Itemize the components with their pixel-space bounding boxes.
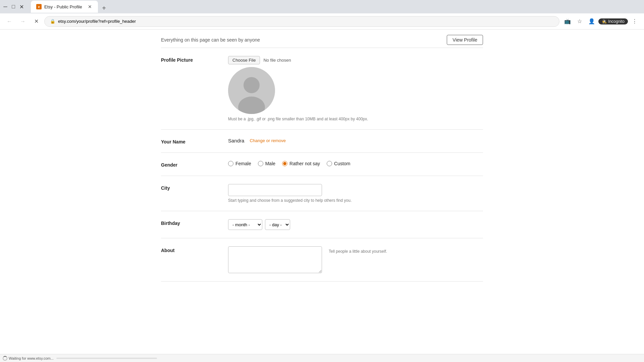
loading-spinner	[3, 356, 7, 361]
reload-button[interactable]: ✕	[31, 16, 42, 27]
tab-favicon: e	[36, 4, 42, 9]
choose-file-button[interactable]: Choose File	[228, 56, 260, 64]
profile-icon[interactable]: 👤	[586, 16, 597, 27]
change-name-link[interactable]: Change or remove	[250, 138, 286, 143]
back-button[interactable]: ←	[4, 16, 15, 27]
maximize-button[interactable]: □	[11, 4, 16, 9]
loading-text: Waiting for www.etsy.com...	[9, 356, 54, 360]
gender-female-option[interactable]: Female	[228, 161, 251, 166]
gender-custom-label: Custom	[334, 161, 350, 166]
city-section: City Start typing and choose from a sugg…	[161, 176, 483, 211]
about-row: Tell people a little about yourself.	[228, 246, 483, 273]
city-label: City	[161, 184, 215, 203]
browser-window: ─ □ ✕ e Etsy - Public Profile ✕ + ← → ✕ …	[0, 0, 644, 362]
city-content: Start typing and choose from a suggested…	[228, 184, 483, 203]
name-row: Sandra Change or remove	[228, 138, 483, 143]
your-name-content: Sandra Change or remove	[228, 138, 483, 144]
avatar-container	[228, 67, 275, 114]
gender-male-option[interactable]: Male	[258, 161, 275, 166]
security-icon: 🔒	[50, 19, 55, 24]
no-file-text: No file chosen	[263, 58, 291, 63]
menu-button[interactable]: ⋮	[629, 16, 640, 27]
minimize-button[interactable]: ─	[3, 4, 8, 9]
navigation-bar: ← → ✕ 🔒 📺 ☆ 👤 🕵 Incognito ⋮	[0, 13, 644, 29]
svg-point-1	[244, 77, 260, 93]
incognito-label: Incognito	[608, 19, 625, 24]
gender-custom-option[interactable]: Custom	[327, 161, 350, 166]
about-hint: Tell people a little about yourself.	[329, 246, 387, 254]
title-bar: ─ □ ✕ e Etsy - Public Profile ✕ +	[0, 0, 644, 13]
birthday-day-select[interactable]: - day - 123 456 789 101112 131415 161718…	[265, 219, 290, 230]
new-tab-button[interactable]: +	[99, 3, 109, 13]
birthday-content: - month - January February March April M…	[228, 219, 483, 230]
page-content: Everything on this page can be seen by a…	[0, 29, 644, 354]
notice-bar: Everything on this page can be seen by a…	[161, 29, 483, 48]
about-textarea[interactable]	[228, 246, 322, 273]
gender-section: Gender Female Male Rather no	[161, 153, 483, 176]
gender-rather-not-say-option[interactable]: Rather not say	[282, 161, 320, 166]
about-label: About	[161, 246, 215, 273]
tabs-bar: e Etsy - Public Profile ✕ +	[28, 1, 111, 13]
bookmark-icon[interactable]: ☆	[574, 16, 585, 27]
profile-picture-section: Profile Picture Choose File No file chos…	[161, 48, 483, 130]
avatar-image	[228, 67, 275, 114]
birthday-row: - month - January February March April M…	[228, 219, 483, 230]
file-hint: Must be a .jpg, .gif or .png file smalle…	[228, 117, 483, 121]
address-bar[interactable]: 🔒	[44, 16, 559, 27]
city-hint: Start typing and choose from a suggested…	[228, 198, 483, 203]
status-bar: Waiting for www.etsy.com...	[0, 354, 644, 362]
gender-options: Female Male Rather not say Custom	[228, 161, 483, 166]
close-button[interactable]: ✕	[19, 4, 24, 9]
incognito-icon: 🕵	[602, 19, 607, 24]
gender-rather-not-say-label: Rather not say	[289, 161, 320, 166]
file-upload-row: Choose File No file chosen	[228, 56, 483, 64]
gender-female-radio[interactable]	[228, 161, 233, 166]
status-progress-bar	[56, 358, 157, 359]
name-value: Sandra	[228, 138, 244, 143]
forward-button[interactable]: →	[17, 16, 28, 27]
your-name-section: Your Name Sandra Change or remove	[161, 130, 483, 153]
notice-text: Everything on this page can be seen by a…	[161, 37, 260, 43]
tab-close-button[interactable]: ✕	[87, 4, 93, 9]
gender-label: Gender	[161, 161, 215, 168]
url-input[interactable]	[58, 19, 554, 24]
city-input[interactable]	[228, 184, 322, 196]
your-name-label: Your Name	[161, 138, 215, 144]
view-profile-button[interactable]: View Profile	[447, 35, 483, 45]
gender-rather-not-say-radio[interactable]	[282, 161, 287, 166]
gender-male-radio[interactable]	[258, 161, 263, 166]
tab-title: Etsy - Public Profile	[44, 4, 82, 9]
birthday-label: Birthday	[161, 219, 215, 230]
gender-custom-radio[interactable]	[327, 161, 332, 166]
gender-female-label: Female	[235, 161, 251, 166]
birthday-section: Birthday - month - January February Marc…	[161, 211, 483, 238]
incognito-badge: 🕵 Incognito	[598, 18, 628, 24]
active-tab[interactable]: e Etsy - Public Profile ✕	[31, 1, 98, 13]
window-controls: ─ □ ✕	[3, 4, 24, 9]
birthday-month-select[interactable]: - month - January February March April M…	[228, 219, 262, 230]
nav-icons: 📺 ☆ 👤 🕵 Incognito ⋮	[562, 16, 640, 27]
about-section: About Tell people a little about yoursel…	[161, 238, 483, 282]
about-content: Tell people a little about yourself.	[228, 246, 483, 273]
cast-icon[interactable]: 📺	[562, 16, 573, 27]
gender-content: Female Male Rather not say Custom	[228, 161, 483, 168]
profile-picture-label: Profile Picture	[161, 56, 215, 121]
profile-picture-content: Choose File No file chosen Must be a .jp…	[228, 56, 483, 121]
page-inner: Everything on this page can be seen by a…	[154, 29, 490, 295]
gender-male-label: Male	[265, 161, 275, 166]
